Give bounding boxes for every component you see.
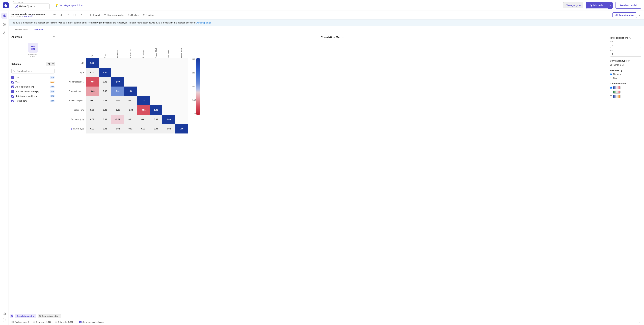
column-list: UDI 123 Type Abc Air temperature [K] 123	[9, 74, 57, 104]
workshop-link[interactable]: workshop page	[196, 22, 211, 24]
panel-collapse-icon[interactable]: ▾	[53, 36, 54, 38]
status-bar: Total columns: 9 Total rows: 1,000 Total…	[9, 319, 644, 325]
extract-button[interactable]: Extract	[88, 13, 102, 18]
cell-torq-type: 0.03	[98, 105, 111, 115]
list-view-button[interactable]	[52, 13, 58, 18]
filter-min-input[interactable]	[610, 43, 641, 48]
replace-button[interactable]: Replace	[126, 13, 141, 18]
rows-link[interactable]: 1.0k rows	[22, 15, 30, 17]
grid-view-button[interactable]	[58, 13, 64, 18]
tab-analytics[interactable]: Analytics	[31, 26, 46, 33]
bottom-tabs: Correlation matrix Correlation matrix ▾	[9, 313, 644, 319]
right-panel: Filter correlations Min Max	[607, 33, 644, 313]
analytics-tabs: Visualizations Analytics	[9, 26, 644, 33]
file-info: canvas-sample-maintenance.csv Full datas…	[12, 13, 45, 17]
cell-fail-air: 0.02	[111, 124, 124, 134]
bottom-tab-dropdown-arrow[interactable]: ▾	[58, 315, 60, 317]
cell-air-udi: -0.88	[86, 77, 98, 86]
cells-icon	[55, 321, 57, 323]
cell-tool-tool: 1.00	[162, 115, 175, 124]
search-columns-icon	[13, 70, 16, 72]
filter-button[interactable]	[65, 13, 71, 18]
toolbar: canvas-sample-maintenance.csv Full datas…	[9, 11, 644, 20]
matrix-container: UDI Type Air temper... Process te... Rot…	[57, 42, 607, 137]
search-columns-input[interactable]	[16, 70, 53, 72]
ordered-list-icon	[80, 14, 83, 16]
correlation-matrix-item[interactable]: Correlationmatrix	[12, 41, 54, 59]
toolbar-more-button[interactable]: ⌄	[638, 13, 641, 17]
cell-tool-udi: 0.07	[86, 115, 98, 124]
svg-point-16	[74, 14, 76, 16]
svg-rect-33	[33, 46, 35, 47]
nav-icon-menu[interactable]	[1, 39, 8, 45]
color-option-green-red[interactable]	[610, 90, 641, 94]
edit-icon[interactable]	[31, 15, 33, 17]
cell-torq-torq: 1.00	[150, 105, 162, 115]
col-header-process-temp: Process te...	[124, 45, 137, 58]
nav-icon-export[interactable]	[1, 317, 8, 323]
color-option-blue-red[interactable]	[610, 86, 641, 89]
color-selection-section: Color selection	[610, 82, 641, 98]
change-type-button[interactable]: Change type	[563, 2, 583, 8]
color-option-blue-orange[interactable]	[610, 95, 641, 98]
sigma-icon: Σ	[143, 14, 145, 16]
data-visualizer-button[interactable]: Data visualizer	[612, 12, 637, 18]
nav-icon-lightning[interactable]	[1, 30, 8, 36]
color-radio-green-red[interactable]	[610, 91, 612, 93]
color-radio-blue-orange[interactable]	[610, 95, 612, 98]
visualize-size-option[interactable]: Size	[610, 77, 641, 79]
svg-rect-48	[11, 316, 12, 317]
expand-left-button[interactable]: >	[637, 320, 641, 324]
file-subtitle: Full dataset: 1.0k rows	[12, 15, 45, 17]
tab-visualizations[interactable]: Visualizations	[12, 26, 31, 33]
file-name: canvas-sample-maintenance.csv	[12, 13, 45, 15]
col-checkbox-process-temp[interactable]	[12, 90, 14, 93]
nav-icon-help[interactable]: ?	[1, 311, 8, 317]
cell-rot-udi: -0.01	[86, 96, 98, 105]
cell-type-type: 1.00	[98, 68, 111, 77]
bottom-tab-secondary[interactable]: Correlation matrix ▾	[38, 314, 61, 318]
col-header-type: Type	[98, 45, 111, 58]
visualize-numeric-radio[interactable]	[610, 73, 612, 75]
separator2	[86, 13, 86, 17]
cell-fail-rot: 0.03	[137, 124, 150, 134]
functions-button[interactable]: Σ Functions	[142, 13, 157, 18]
scale-tick-labels: 1.00 0.50 0.00 -0.50 -1.00	[192, 58, 196, 115]
matrix-row-process-temp: Process temper... -0.43 0.02 0.61 1.00	[64, 86, 188, 96]
remove-rows-button[interactable]: Remove rows by	[102, 13, 126, 18]
nav-icon-flame[interactable]	[1, 13, 8, 19]
cell-torq-rot: -0.91	[137, 105, 150, 115]
target-column-selector[interactable]: Target column Failure Type ▾	[13, 1, 50, 9]
col-checkbox-udi[interactable]	[12, 76, 14, 79]
col-checkbox-rot-speed[interactable]	[12, 95, 14, 98]
matrix-grid-icon	[30, 45, 36, 50]
col-checkbox-type[interactable]	[12, 81, 14, 84]
col-item-air-temp: Air temperature [K] 123	[11, 84, 55, 89]
app-logo[interactable]	[3, 2, 9, 8]
visualize-numeric-option[interactable]: Numeric	[610, 73, 641, 76]
add-tab-button[interactable]: +	[62, 314, 66, 318]
bottom-tab-correlation-matrix[interactable]: Correlation matrix	[15, 314, 36, 318]
preview-model-button[interactable]: Preview model	[615, 2, 641, 8]
quick-build-button[interactable]: Quick build	[586, 2, 608, 8]
col-checkbox-torque[interactable]	[12, 100, 14, 102]
nav-icon-target[interactable]	[1, 22, 8, 28]
search-button[interactable]	[72, 13, 78, 18]
rows-icon	[33, 321, 35, 323]
show-dropped-section: Show dropped columns	[79, 321, 104, 323]
cell-fail-type: 0.01	[98, 124, 111, 134]
visualize-size-radio[interactable]	[610, 77, 612, 79]
logo-icon	[4, 4, 8, 7]
quick-build-dropdown-button[interactable]: ▾	[608, 2, 612, 8]
col-checkbox-air-temp[interactable]	[12, 86, 14, 88]
color-radio-blue-red[interactable]	[610, 86, 612, 89]
matrix-row-failure: Failure Type 0.02 0.01 0.02 0.02 0.03 0.…	[64, 124, 188, 134]
target-col-label: Target column	[13, 1, 50, 3]
cell-fail-torq: 0.04	[150, 124, 162, 134]
replace-icon	[128, 14, 130, 16]
col-item-torque: Torque [Nm] 123	[11, 98, 55, 103]
columns-select[interactable]: All	[46, 62, 54, 66]
filter-max-input[interactable]	[610, 52, 641, 56]
show-dropped-checkbox[interactable]	[79, 321, 82, 323]
ordered-list-button[interactable]	[78, 13, 84, 18]
